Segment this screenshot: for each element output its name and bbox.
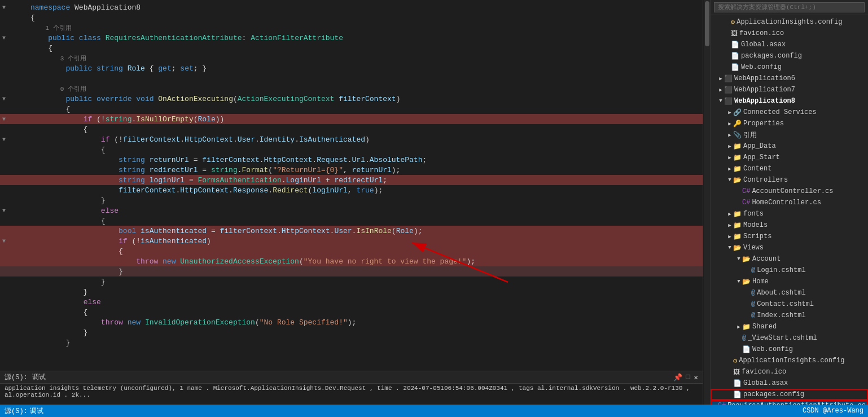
- close-panel-icon[interactable]: ✕: [694, 373, 698, 382]
- tree-item-models[interactable]: ▶ 📁 Models: [711, 220, 868, 231]
- tree-item-connected-services[interactable]: ▶ 🔗 Connected Services: [711, 107, 868, 118]
- folder-icon9: 📂: [742, 255, 751, 264]
- tree-item-favicon[interactable]: 🖼 favicon.ico: [711, 366, 868, 378]
- properties-icon: 🔑: [733, 120, 742, 128]
- collapse-btn[interactable]: ▼: [0, 35, 8, 41]
- tree-item-account[interactable]: ▼ 📂 Account: [711, 253, 868, 265]
- expand-arrow: [726, 357, 733, 364]
- expand-arrow: [735, 335, 742, 341]
- scrollbar-thumb[interactable]: [705, 1, 709, 46]
- expand-arrow-open: ▼: [735, 256, 742, 262]
- ico-file-icon: 🖼: [731, 29, 738, 38]
- tree-item-webapp8[interactable]: ▼ ⬛ WebApplication8: [711, 95, 868, 107]
- line-text: else: [30, 298, 700, 306]
- code-line: }: [0, 195, 703, 205]
- tree-item-packages-highlighted[interactable]: 📄 packages.config: [711, 389, 868, 400]
- expand-arrow: [735, 346, 742, 353]
- tree-item-contact[interactable]: @ Contact.cshtml: [711, 299, 868, 310]
- code-line: {: [0, 43, 703, 53]
- code-line: throw new InvalidOperationException("No …: [0, 317, 703, 327]
- collapse-btn[interactable]: ▼: [0, 137, 8, 143]
- expand-arrow-closed: ▶: [726, 233, 733, 240]
- tree-item-appstart[interactable]: ▶ 📁 App_Start: [711, 152, 868, 163]
- code-line: {: [0, 144, 703, 155]
- tree-item-viewstart[interactable]: @ _ViewStart.cshtml: [711, 332, 868, 344]
- ref-count-text: 3 个引用: [30, 54, 700, 63]
- expand-arrow-closed: ▶: [726, 210, 733, 217]
- line-text: {: [30, 105, 700, 113]
- line-text: {: [30, 44, 700, 52]
- code-wrapper: ▼ namespace WebApplication8 { 1 个引用 ▼: [0, 0, 703, 371]
- maximize-icon[interactable]: □: [686, 373, 690, 382]
- cshtml-icon4: @: [751, 311, 755, 319]
- tree-item-references[interactable]: ▶ 📎 引用: [711, 129, 868, 141]
- line-text: {: [30, 247, 700, 256]
- line-text: }: [30, 196, 700, 205]
- code-line: {: [0, 124, 703, 134]
- tree-item-home[interactable]: ▼ 📂 Home: [711, 276, 868, 287]
- tree-label: ApplicationInsights.config: [737, 18, 842, 26]
- folder-icon5: 📁: [733, 210, 742, 218]
- tree-item-homecontroller[interactable]: C# HomeController.cs: [711, 197, 868, 208]
- pin-icon[interactable]: 📌: [673, 373, 682, 382]
- project-icon: ⬛: [724, 74, 733, 83]
- code-content: ▼ namespace WebApplication8 { 1 个引用 ▼: [0, 0, 703, 350]
- solution-panel: ⚙ ApplicationInsights.config 🖼 favicon.i…: [710, 0, 868, 405]
- tree-item-controllers[interactable]: ▼ 📂 Controllers: [711, 174, 868, 186]
- tree-item-favicon-top[interactable]: 🖼 favicon.ico: [711, 28, 868, 39]
- line-text: {: [30, 308, 700, 317]
- tree-item-content[interactable]: ▶ 📁 Content: [711, 163, 868, 174]
- collapse-btn[interactable]: ▼: [0, 116, 8, 122]
- ref-count-text: 1 个引用: [30, 24, 700, 32]
- tree-item-global2[interactable]: 📄 Global.asax: [711, 378, 868, 389]
- folder-icon10: 📂: [742, 278, 751, 286]
- tree-label: Contact.cshtml: [757, 300, 814, 308]
- expand-arrow-open: ▼: [726, 177, 733, 183]
- tree-item-properties[interactable]: ▶ 🔑 Properties: [711, 118, 868, 129]
- project-icon3: ⬛: [724, 97, 733, 106]
- folder-icon: 📁: [733, 142, 742, 151]
- tree-item-webconfig-views[interactable]: 📄 Web.config: [711, 344, 868, 355]
- collapse-btn[interactable]: ▼: [0, 5, 8, 11]
- tree-item-webapp6[interactable]: ▶ ⬛ WebApplication6: [711, 73, 868, 84]
- collapse-btn[interactable]: ▼: [0, 96, 8, 102]
- code-scrollbar[interactable]: [703, 0, 710, 405]
- tree-item-appdata[interactable]: ▶ 📁 App_Data: [711, 141, 868, 152]
- tree-item-about[interactable]: @ About.cshtml: [711, 287, 868, 299]
- tree-item-webconfig-top[interactable]: 📄 Web.config: [711, 62, 868, 73]
- line-text: if (!filterContext.HttpContext.User.Iden…: [30, 135, 700, 144]
- tree-item-shared[interactable]: ▶ 📁 Shared: [711, 321, 868, 332]
- tree-item-packages-top[interactable]: 📄 packages.config: [711, 50, 868, 62]
- code-line: {: [0, 216, 703, 226]
- expand-arrow: [724, 30, 731, 37]
- line-text: }: [30, 339, 700, 347]
- tree-item-views[interactable]: ▼ 📂 Views: [711, 242, 868, 253]
- tree-label: Login.cshtml: [757, 266, 805, 274]
- tree-label-shared: Shared: [752, 323, 777, 331]
- line-text: {: [30, 14, 700, 22]
- line-text: public override void OnActionExecuting(A…: [30, 95, 700, 103]
- references-icon: 📎: [733, 131, 742, 139]
- config-file-icon: ⚙: [731, 18, 735, 27]
- output-label: 源(S):: [5, 372, 28, 382]
- line-text: }: [30, 278, 700, 286]
- tree-item-accountcontroller[interactable]: C# AccountController.cs: [711, 186, 868, 197]
- tree-item-webapp7[interactable]: ▶ ⬛ WebApplication7: [711, 84, 868, 95]
- code-line: }: [0, 337, 703, 348]
- project-icon2: ⬛: [724, 86, 733, 94]
- collapse-btn[interactable]: ▼: [0, 208, 8, 214]
- tree-item-fonts[interactable]: ▶ 📁 fonts: [711, 208, 868, 220]
- collapse-btn[interactable]: ▼: [0, 238, 8, 244]
- solution-search-input[interactable]: [714, 2, 865, 12]
- tree-item-index[interactable]: @ Index.cshtml: [711, 310, 868, 321]
- tree-item-appinsights[interactable]: ⚙ ApplicationInsights.config: [711, 355, 868, 366]
- tree-item-scripts[interactable]: ▶ 📁 Scripts: [711, 231, 868, 242]
- expand-arrow: [726, 391, 733, 398]
- expand-arrow-closed: ▶: [717, 75, 724, 82]
- tree-item-appinsights-top[interactable]: ⚙ ApplicationInsights.config: [711, 16, 868, 28]
- tree-label: Controllers: [743, 176, 788, 184]
- tree-item-requiresauth[interactable]: C# RequiresAuthenticationAttribute.cs: [711, 400, 868, 405]
- tree-item-global[interactable]: 📄 Global.asax: [711, 39, 868, 50]
- tree-item-login[interactable]: @ Login.cshtml: [711, 265, 868, 276]
- code-line: ▼ public class RequiresAuthenticationAtt…: [0, 33, 703, 43]
